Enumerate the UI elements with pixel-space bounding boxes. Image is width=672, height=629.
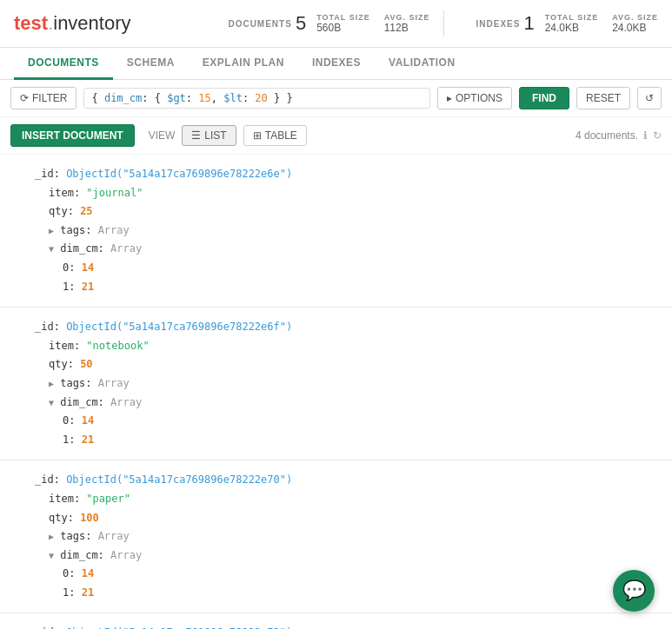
dim0-key: 0: [63, 262, 82, 274]
dim0-val-2: 14 [82, 567, 94, 579]
tags-key: tags: [60, 377, 97, 389]
list-item: _id: ObjectId("5a14a17ca769896e78222e70"… [35, 471, 658, 490]
list-item: item: "paper" [35, 490, 658, 509]
list-item: ▶ tags: Array [35, 222, 658, 241]
list-label: LIST [204, 129, 226, 142]
doc-count-text: 4 documents. [576, 129, 638, 142]
table-view-button[interactable]: ⊞ TABLE [243, 125, 307, 146]
list-item: 1: 21 [35, 584, 658, 603]
tags-type-2: Array [98, 530, 130, 542]
view-label: VIEW [149, 129, 176, 142]
id-val-0: ObjectId("5a14a17ca769896e78222e6e") [66, 168, 292, 180]
chat-widget[interactable]: 💬 [613, 570, 655, 612]
list-item: ▶ tags: Array [35, 374, 658, 394]
dim_cm-key: dim_cm: [60, 242, 110, 255]
dim1-val-2: 21 [82, 586, 94, 599]
indexes-stats: INDEXES 1 TOTAL SIZE 24.0KB AVG. SIZE 24… [476, 12, 658, 35]
filter-colon2: : [186, 92, 198, 104]
list-item: qty: 25 [35, 202, 658, 222]
qty-val-0: 25 [80, 205, 92, 217]
tab-schema[interactable]: SCHEMA [113, 48, 189, 80]
find-button[interactable]: FIND [519, 87, 569, 109]
tab-explain-plan[interactable]: EXPLAIN PLAN [189, 48, 298, 80]
filter-button[interactable]: ⟳ FILTER [10, 87, 77, 109]
expand-arrow-icon[interactable]: ▶ [49, 226, 54, 235]
filter-lt-key: $lt [223, 92, 243, 104]
tab-validation[interactable]: VALIDATION [375, 48, 469, 80]
dim_cm-key: dim_cm: [60, 549, 110, 561]
list-view-button[interactable]: ☰ LIST [182, 125, 236, 146]
table-label: TABLE [265, 129, 297, 142]
docs-total-size-label: TOTAL SIZE [316, 13, 370, 22]
list-icon: ☰ [191, 129, 201, 142]
filter-comma: , [211, 92, 223, 104]
filter-gt-key: $gt [167, 92, 186, 104]
dim0-val-1: 14 [82, 414, 94, 427]
refresh-icon[interactable]: ↻ [653, 129, 662, 142]
options-label: OPTIONS [456, 92, 502, 104]
qty-val-2: 100 [80, 512, 99, 524]
tab-indexes[interactable]: INDEXES [298, 48, 375, 80]
list-item: _id: ObjectId("5a14a17ca769896e78222e6f"… [35, 318, 658, 337]
item-val-2: "paper" [86, 493, 130, 505]
filter-lt-val: 20 [255, 92, 267, 104]
indexes-total-size: 24.0KB [545, 22, 599, 34]
doc-count: 4 documents. ℹ ↻ [576, 129, 662, 142]
item-key: item: [49, 187, 86, 199]
documents-stats: DOCUMENTS 5 TOTAL SIZE 560B AVG. SIZE 11… [228, 12, 429, 35]
list-item: ▼ dim_cm: Array [35, 546, 658, 566]
id-val-1: ObjectId("5a14a17ca769896e78222e6f") [66, 321, 292, 333]
list-item: ▶ tags: Array [35, 527, 658, 546]
dim_cm-type-2: Array [110, 549, 142, 561]
dim1-val-0: 21 [82, 281, 94, 293]
list-item: item: "journal" [35, 184, 658, 203]
table-icon: ⊞ [253, 129, 262, 142]
stats-divider [443, 10, 444, 36]
filter-brace-open: { [91, 92, 103, 104]
id-key: _id: [35, 168, 66, 180]
id-key: _id: [35, 321, 66, 333]
list-item: _id: ObjectId("5a14a17ca769896e78222e72"… [35, 624, 658, 629]
history-button[interactable]: ↺ [637, 87, 662, 109]
dim0-val-0: 14 [82, 262, 94, 274]
insert-document-button[interactable]: INSERT DOCUMENT [10, 124, 135, 147]
item-val-1: "notebook" [86, 340, 149, 352]
list-item: ▼ dim_cm: Array [35, 394, 658, 413]
qty-val-1: 50 [80, 358, 92, 370]
expand-arrow-icon[interactable]: ▶ [49, 532, 54, 541]
qty-key: qty: [49, 358, 80, 370]
filter-label: FILTER [32, 92, 67, 104]
docs-total-size-block: TOTAL SIZE 560B [316, 13, 370, 34]
app-logo[interactable]: test.inventory [14, 12, 131, 35]
collapse-arrow-icon[interactable]: ▼ [49, 398, 54, 407]
dim1-val-1: 21 [82, 434, 94, 446]
filter-brace-close: } } [268, 92, 293, 104]
indexes-avg-size: 24.0KB [612, 22, 658, 34]
list-item: 1: 21 [35, 431, 658, 450]
list-item: 1: 21 [35, 278, 658, 297]
options-button[interactable]: ▸ OPTIONS [437, 87, 512, 109]
indexes-avg-size-label: AVG. SIZE [612, 13, 658, 22]
reset-button[interactable]: RESET [576, 87, 630, 109]
list-item: 0: 14 [35, 259, 658, 278]
list-item: ▼ dim_cm: Array [35, 240, 658, 259]
dim1-key: 1: [63, 586, 82, 599]
tags-key: tags: [60, 224, 97, 236]
filter-query-display[interactable]: { dim_cm: { $gt: 15, $lt: 20 } } [83, 88, 430, 109]
docs-count: 5 [296, 12, 306, 35]
id-val-2: ObjectId("5a14a17ca769896e78222e70") [66, 473, 292, 486]
table-row: _id: ObjectId("5a14a17ca769896e78222e6e"… [0, 155, 672, 308]
tags-key: tags: [60, 530, 97, 542]
collapse-arrow-icon[interactable]: ▼ [49, 244, 54, 254]
id-key: _id: [35, 473, 66, 486]
table-row: _id: ObjectId("5a14a17ca769896e78222e70"… [0, 460, 672, 613]
tab-documents[interactable]: DOCUMENTS [14, 48, 113, 80]
filter-colon3: : [243, 92, 255, 104]
expand-arrow-icon[interactable]: ▶ [49, 379, 54, 388]
item-key: item: [49, 340, 86, 352]
dim_cm-key: dim_cm: [60, 396, 110, 408]
qty-key: qty: [49, 205, 80, 217]
docs-total-size: 560B [316, 22, 370, 34]
collapse-arrow-icon[interactable]: ▼ [49, 551, 54, 560]
options-arrow-icon: ▸ [447, 92, 452, 104]
